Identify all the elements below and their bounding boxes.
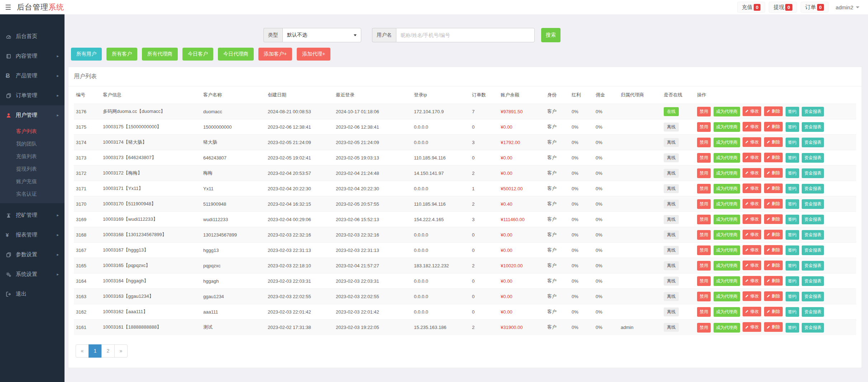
edit-button[interactable]: 修改 [743,291,761,301]
delete-button[interactable]: 删除 [764,153,783,162]
become-agent-button[interactable]: 成为代理商 [714,122,740,132]
become-agent-button[interactable]: 成为代理商 [714,184,740,194]
sign-contract-button[interactable]: 签约 [786,184,799,194]
edit-button[interactable]: 修改 [743,276,761,286]
delete-button[interactable]: 删除 [764,307,783,316]
add-customer-button[interactable]: 添加客户+ [258,48,292,61]
become-agent-button[interactable]: 成为代理商 [714,230,740,240]
become-agent-button[interactable]: 成为代理商 [714,168,740,178]
sidebar-item-dashboard[interactable]: 后台首页 [0,27,65,46]
funds-report-button[interactable]: 资金报表 [802,184,824,194]
become-agent-button[interactable]: 成为代理商 [714,215,740,224]
all-agents-button[interactable]: 所有代理商 [142,48,178,61]
type-select[interactable]: 默认不选 [282,28,361,42]
sidebar-item-user-management[interactable]: 用户管理 ▸ [0,105,65,125]
funds-report-button[interactable]: 资金报表 [802,153,824,163]
all-customers-button[interactable]: 所有客户 [106,48,137,61]
all-users-button[interactable]: 所有用户 [71,48,102,61]
today-customers-button[interactable]: 今日客户 [182,48,213,61]
delete-button[interactable]: 删除 [764,245,783,255]
edit-button[interactable]: 修改 [743,230,761,239]
funds-report-button[interactable]: 资金报表 [802,199,824,209]
become-agent-button[interactable]: 成为代理商 [714,323,740,333]
today-agents-button[interactable]: 今日代理商 [218,48,254,61]
sidebar-item-mining[interactable]: 挖矿管理 ▸ [0,205,65,225]
become-agent-button[interactable]: 成为代理商 [714,261,740,271]
sidebar-item-order[interactable]: 订单管理 ▸ [0,86,65,105]
disable-button[interactable]: 禁用 [697,245,711,255]
delete-button[interactable]: 删除 [764,291,783,301]
disable-button[interactable]: 禁用 [697,199,711,209]
disable-button[interactable]: 禁用 [697,292,711,301]
delete-button[interactable]: 删除 [764,261,783,270]
sidebar-item-content[interactable]: 内容管理 ▸ [0,46,65,66]
funds-report-button[interactable]: 资金报表 [802,307,824,317]
disable-button[interactable]: 禁用 [697,230,711,240]
disable-button[interactable]: 禁用 [697,276,711,286]
page-prev-button[interactable]: « [76,344,89,358]
sidebar-item-real-name-auth[interactable]: 实名认证 [0,188,65,200]
sign-contract-button[interactable]: 签约 [786,153,799,163]
edit-button[interactable]: 修改 [743,261,761,270]
funds-report-button[interactable]: 资金报表 [802,230,824,240]
sidebar-item-withdraw-list[interactable]: 提现列表 [0,163,65,175]
funds-report-button[interactable]: 资金报表 [802,292,824,301]
delete-button[interactable]: 删除 [764,183,783,193]
disable-button[interactable]: 禁用 [697,168,711,178]
sign-contract-button[interactable]: 签约 [786,307,799,317]
funds-report-button[interactable]: 资金报表 [802,107,824,116]
delete-button[interactable]: 删除 [764,199,783,209]
disable-button[interactable]: 禁用 [697,153,711,163]
sign-contract-button[interactable]: 签约 [786,215,799,224]
funds-report-button[interactable]: 资金报表 [802,138,824,147]
edit-button[interactable]: 修改 [743,322,761,332]
funds-report-button[interactable]: 资金报表 [802,323,824,333]
become-agent-button[interactable]: 成为代理商 [714,153,740,163]
disable-button[interactable]: 禁用 [697,107,711,116]
sign-contract-button[interactable]: 签约 [786,323,799,333]
disable-button[interactable]: 禁用 [697,261,711,271]
disable-button[interactable]: 禁用 [697,215,711,224]
sidebar-item-report[interactable]: ¥ 报表管理 ▸ [0,225,65,245]
search-button[interactable]: 搜索 [541,28,561,42]
delete-button[interactable]: 删除 [764,106,783,116]
sign-contract-button[interactable]: 签约 [786,261,799,271]
sidebar-item-customer-list[interactable]: 客户列表 [0,125,65,138]
funds-report-button[interactable]: 资金报表 [802,122,824,132]
withdraw-stat-button[interactable]: 提现 0 [769,2,797,13]
user-menu[interactable]: admin2 [832,4,863,10]
sign-contract-button[interactable]: 签约 [786,276,799,286]
sidebar-item-account-recharge[interactable]: 账户充值 [0,175,65,188]
disable-button[interactable]: 禁用 [697,307,711,317]
disable-button[interactable]: 禁用 [697,122,711,132]
username-input[interactable] [396,28,535,42]
edit-button[interactable]: 修改 [743,214,761,224]
delete-button[interactable]: 删除 [764,230,783,239]
disable-button[interactable]: 禁用 [697,323,711,333]
edit-button[interactable]: 修改 [743,122,761,132]
delete-button[interactable]: 删除 [764,168,783,178]
edit-button[interactable]: 修改 [743,106,761,116]
page-next-button[interactable]: » [114,344,128,358]
become-agent-button[interactable]: 成为代理商 [714,276,740,286]
become-agent-button[interactable]: 成为代理商 [714,292,740,301]
edit-button[interactable]: 修改 [743,199,761,209]
delete-button[interactable]: 删除 [764,276,783,286]
sign-contract-button[interactable]: 签约 [786,107,799,116]
become-agent-button[interactable]: 成为代理商 [714,307,740,317]
delete-button[interactable]: 删除 [764,214,783,224]
become-agent-button[interactable]: 成为代理商 [714,199,740,209]
sign-contract-button[interactable]: 签约 [786,245,799,255]
sidebar-item-recharge-list[interactable]: 充值列表 [0,150,65,163]
disable-button[interactable]: 禁用 [697,138,711,147]
delete-button[interactable]: 删除 [764,122,783,132]
sign-contract-button[interactable]: 签约 [786,138,799,147]
edit-button[interactable]: 修改 [743,137,761,147]
hamburger-menu-icon[interactable]: ☰ [5,4,11,11]
funds-report-button[interactable]: 资金报表 [802,245,824,255]
sidebar-item-params[interactable]: 参数设置 ▸ [0,245,65,264]
edit-button[interactable]: 修改 [743,153,761,162]
delete-button[interactable]: 删除 [764,322,783,332]
edit-button[interactable]: 修改 [743,245,761,255]
funds-report-button[interactable]: 资金报表 [802,261,824,271]
